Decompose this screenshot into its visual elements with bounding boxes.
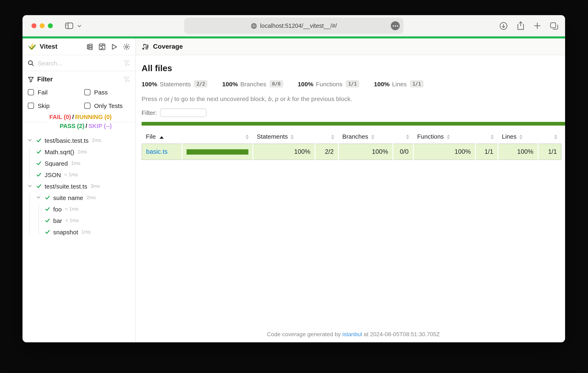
column-header-branches[interactable]: Branches <box>338 130 393 144</box>
close-window-button[interactable] <box>32 23 36 28</box>
column-header-functions-ratio[interactable] <box>475 130 498 144</box>
page-settings-button[interactable] <box>391 21 400 30</box>
column-header-branches-ratio[interactable] <box>393 130 413 144</box>
hint-text: , <box>272 95 275 102</box>
metric-percent: 100% <box>142 80 157 87</box>
tree-item[interactable]: test/suite.test.ts3ms <box>22 180 136 192</box>
functions-ratio-cell: 1/1 <box>475 144 498 160</box>
column-header-chart[interactable] <box>182 130 253 144</box>
column-header-lines-ratio[interactable] <box>538 130 561 144</box>
sort-icon <box>554 135 557 139</box>
zoom-window-button[interactable] <box>48 23 53 28</box>
checkbox[interactable] <box>28 89 34 95</box>
browser-titlebar: localhost:51204/__vitest__/#/ <box>22 15 565 36</box>
metric-ratio-badge: 1/1 <box>346 80 359 88</box>
chevron-down-icon[interactable] <box>77 24 81 27</box>
filter-option-only-tests[interactable]: Only Tests <box>84 101 130 110</box>
share-icon[interactable] <box>517 21 525 30</box>
dashboard-icon[interactable] <box>99 43 105 50</box>
downloads-icon[interactable] <box>499 21 508 30</box>
checkbox[interactable] <box>28 103 34 109</box>
pass-check-icon <box>36 137 42 143</box>
address-bar[interactable]: localhost:51204/__vitest__/#/ <box>184 18 403 34</box>
sidebar-toggle-icon[interactable] <box>65 22 73 29</box>
chevron-down-icon[interactable] <box>36 195 41 200</box>
pass-check-icon <box>45 195 50 200</box>
column-header-statements-ratio[interactable] <box>315 130 338 144</box>
tab-overview-icon[interactable] <box>550 22 558 30</box>
tree-item[interactable]: suite name2ms <box>22 192 136 203</box>
filter-clear-icon[interactable] <box>124 76 130 83</box>
app-title: Vitest <box>40 43 57 50</box>
column-header-functions[interactable]: Functions <box>413 130 475 144</box>
tree-view-icon[interactable] <box>86 43 93 50</box>
test-name: Squared <box>45 160 68 167</box>
table-header-row: File Statements Branches Functions Lines <box>142 130 561 144</box>
tree-item[interactable]: Squared1ms <box>22 157 136 169</box>
metric-ratio-badge: 1/1 <box>410 80 423 88</box>
tree-item[interactable]: foo< 1ms <box>22 203 136 215</box>
tree-item[interactable]: test/basic.test.ts2ms <box>22 135 136 146</box>
chevron-down-icon[interactable] <box>27 184 33 188</box>
search-filter-clear-icon[interactable] <box>124 60 130 66</box>
sidebar-filter-panel: Filter FailPassSkipOnly Tests <box>22 71 136 113</box>
lines-pct-cell: 100% <box>498 144 538 160</box>
metric-percent: 100% <box>374 80 390 87</box>
column-header-statements[interactable]: Statements <box>253 130 315 144</box>
tree-item[interactable]: Math.sqrt()1ms <box>22 146 136 157</box>
coverage-page-title: Coverage <box>153 43 183 50</box>
filter-option-pass[interactable]: Pass <box>84 88 130 96</box>
metric-label: Functions <box>316 80 343 87</box>
metric-ratio-badge: 2/2 <box>194 80 208 88</box>
keyboard-hint: Press n or j to go to the next uncovered… <box>142 95 565 102</box>
test-name: snapshot <box>53 228 78 235</box>
istanbul-link[interactable]: istanbul <box>342 331 362 337</box>
statements-pct-cell: 100% <box>253 144 315 160</box>
test-duration: < 1ms <box>65 206 79 212</box>
metric-percent: 100% <box>222 80 238 87</box>
coverage-filter-input[interactable] <box>160 108 206 117</box>
file-link[interactable]: basic.ts <box>146 148 168 155</box>
run-all-icon[interactable] <box>111 43 118 50</box>
tree-item[interactable]: JSON< 1ms <box>22 169 136 180</box>
traffic-lights <box>32 23 53 28</box>
filter-option-skip[interactable]: Skip <box>28 101 84 110</box>
coverage-table: File Statements Branches Functions Lines <box>142 130 561 160</box>
filter-option-fail[interactable]: Fail <box>28 88 84 96</box>
chevron-down-icon[interactable] <box>27 138 33 143</box>
browser-window: localhost:51204/__vitest__/#/ <box>22 15 565 342</box>
coverage-report-icon <box>142 43 149 50</box>
column-header-lines[interactable]: Lines <box>498 130 538 144</box>
search-input[interactable] <box>38 60 124 66</box>
sort-ascending-icon <box>159 136 163 139</box>
hint-text: or <box>162 95 171 102</box>
hint-key: k <box>287 95 290 102</box>
checkbox-label: Only Tests <box>94 102 123 109</box>
coverage-topbar: Coverage <box>136 38 565 55</box>
summary-metric-branches: 100%Branches0/0 <box>222 80 283 88</box>
test-name: suite name <box>53 194 83 201</box>
hint-key: n <box>159 95 162 102</box>
column-header-file[interactable]: File <box>142 130 182 144</box>
sort-icon <box>245 135 249 139</box>
coverage-body: All files 100%Statements2/2100%Branches0… <box>136 55 565 342</box>
lines-ratio-cell: 1/1 <box>538 144 561 160</box>
checkbox[interactable] <box>84 103 90 109</box>
test-duration: 1ms <box>78 149 87 155</box>
summary-metric-lines: 100%Lines1/1 <box>374 80 423 88</box>
new-tab-icon[interactable] <box>534 22 541 30</box>
checkbox[interactable] <box>84 89 90 95</box>
tree-item[interactable]: snapshot1ms <box>22 226 136 238</box>
hint-text: for the previous block. <box>290 95 352 102</box>
summary-metric-statements: 100%Statements2/2 <box>142 80 208 88</box>
sort-icon <box>371 135 374 139</box>
tree-item[interactable]: bar< 1ms <box>22 215 136 226</box>
test-name: test/basic.test.ts <box>45 137 89 144</box>
url-text: localhost:51204/__vitest__/#/ <box>260 22 337 29</box>
coverage-pane: Coverage All files 100%Statements2/2100%… <box>136 38 565 342</box>
minimize-window-button[interactable] <box>40 23 45 28</box>
statements-ratio-cell: 2/2 <box>315 144 338 160</box>
theme-toggle-sun-icon[interactable] <box>123 43 130 50</box>
table-row: basic.ts 100% 2/2 100% 0/0 100% 1/1 100%… <box>142 144 561 160</box>
vitest-logo-icon <box>28 43 36 51</box>
